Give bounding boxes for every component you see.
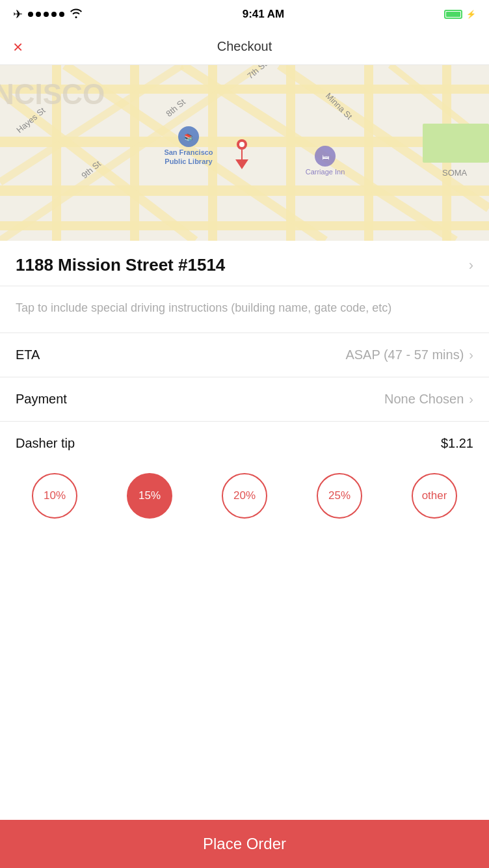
payment-row[interactable]: Payment None Chosen › bbox=[0, 377, 489, 422]
airplane-icon: ✈ bbox=[13, 7, 23, 21]
signal-dot-3 bbox=[44, 12, 49, 17]
svg-text:Carriage Inn: Carriage Inn bbox=[306, 168, 345, 176]
status-right: ⚡ bbox=[444, 10, 476, 19]
signal-dots bbox=[28, 12, 64, 17]
signal-dot-2 bbox=[36, 12, 41, 17]
close-button[interactable]: × bbox=[13, 38, 23, 55]
svg-text:Public Library: Public Library bbox=[165, 157, 213, 165]
eta-row[interactable]: ETA ASAP (47 - 57 mins) › bbox=[0, 333, 489, 377]
dasher-tip-amount: $1.21 bbox=[441, 436, 473, 451]
svg-text:San Francisco: San Francisco bbox=[164, 148, 213, 156]
signal-dot-5 bbox=[59, 12, 64, 17]
dasher-tip-label: Dasher tip bbox=[16, 436, 75, 451]
nav-bar: × Checkout bbox=[0, 29, 489, 65]
battery-fill bbox=[446, 12, 460, 17]
payment-chevron-icon: › bbox=[469, 392, 473, 407]
tip-button-20pct[interactable]: 20% bbox=[222, 473, 267, 519]
bottom-spacer bbox=[0, 532, 489, 580]
eta-value-container: ASAP (47 - 57 mins) › bbox=[345, 347, 473, 362]
place-order-button[interactable]: Place Order bbox=[0, 820, 489, 868]
status-bar: ✈ 9:41 AM ⚡ bbox=[0, 0, 489, 29]
svg-rect-4 bbox=[0, 221, 489, 230]
tip-buttons-container: 10%15%20%25%other bbox=[0, 465, 489, 532]
bolt-icon: ⚡ bbox=[466, 10, 476, 19]
dasher-tip-row: Dasher tip $1.21 bbox=[0, 422, 489, 465]
svg-text:📚: 📚 bbox=[184, 133, 193, 142]
battery-container bbox=[444, 10, 462, 19]
svg-rect-18 bbox=[423, 124, 489, 163]
page-title: Checkout bbox=[217, 39, 272, 54]
instructions-text: Tap to include special driving instructi… bbox=[16, 299, 473, 317]
status-time: 9:41 AM bbox=[243, 8, 285, 21]
tip-button-15pct[interactable]: 15% bbox=[127, 473, 172, 519]
eta-chevron-icon: › bbox=[469, 347, 473, 362]
wifi-icon bbox=[70, 8, 83, 21]
eta-value: ASAP (47 - 57 mins) bbox=[345, 347, 464, 362]
status-left: ✈ bbox=[13, 7, 83, 21]
instructions-section[interactable]: Tap to include special driving instructi… bbox=[0, 286, 489, 333]
svg-text:🛏: 🛏 bbox=[322, 153, 329, 161]
payment-value-container: None Chosen › bbox=[384, 392, 473, 407]
payment-label: Payment bbox=[16, 392, 67, 407]
svg-text:SOMA: SOMA bbox=[442, 168, 468, 178]
svg-rect-9 bbox=[364, 65, 373, 241]
address-chevron-icon: › bbox=[469, 257, 473, 274]
signal-dot-4 bbox=[51, 12, 57, 17]
tip-button-25pct[interactable]: 25% bbox=[317, 473, 362, 519]
address-text: 1188 Mission Street #1514 bbox=[16, 255, 225, 275]
map-area[interactable]: Hayes St 9th St 8th St 7th St Minna St S… bbox=[0, 65, 489, 241]
battery-icon bbox=[444, 10, 462, 19]
eta-label: ETA bbox=[16, 347, 40, 362]
signal-dot-1 bbox=[28, 12, 33, 17]
tip-button-10pct[interactable]: 10% bbox=[32, 473, 77, 519]
address-section[interactable]: 1188 Mission Street #1514 › bbox=[0, 241, 489, 286]
svg-text:NCISCO: NCISCO bbox=[0, 78, 105, 110]
tip-button-other[interactable]: other bbox=[412, 473, 457, 519]
svg-point-33 bbox=[239, 142, 244, 147]
payment-value: None Chosen bbox=[384, 392, 464, 407]
